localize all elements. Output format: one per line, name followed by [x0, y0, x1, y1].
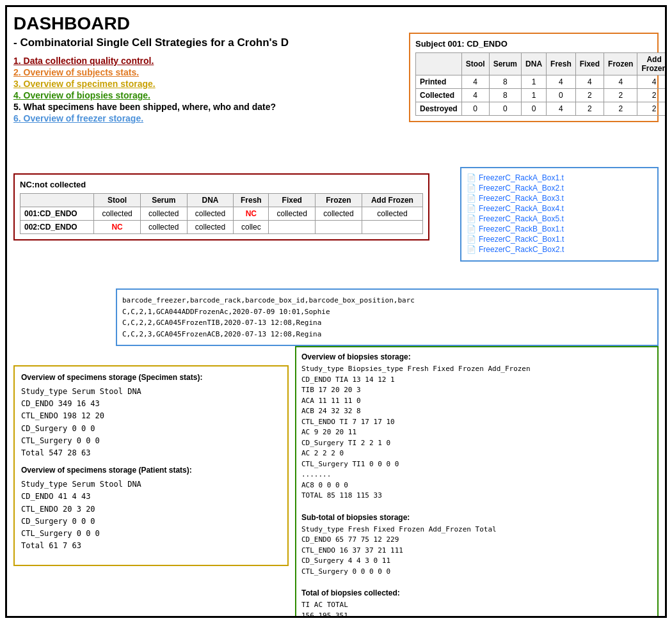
col-empty — [416, 53, 462, 75]
patient-row-5: Total 61 7 63 — [21, 540, 281, 552]
subject-id-001: 001:CD_ENDO — [20, 207, 94, 221]
patient-row-4: CTL_Surgery 0 0 0 — [21, 528, 281, 540]
subject-stats-table: Stool Serum DNA Fresh Fixed Frozen Add F… — [415, 52, 667, 116]
cell-fixed-002 — [269, 221, 316, 234]
total-title: Total of biopsies collected: — [301, 588, 652, 597]
patient-stats-title: Overview of specimens storage (Patient s… — [21, 466, 281, 475]
patient-row-1: CD_ENDO 41 4 43 — [21, 491, 281, 503]
biopsy-header: Study_type Biopsies_type Fresh Fixed Fro… — [301, 364, 652, 375]
col-dna: DNA — [522, 53, 547, 75]
biopsy-dots: ....... — [301, 469, 652, 480]
total-table: TI AC TOTAL 156 195 351 — [301, 600, 652, 618]
specimen-row-5: Total 547 28 63 — [21, 447, 281, 459]
file-link-5[interactable]: 📄 FreezerC_RackA_Box5.t — [467, 214, 652, 223]
specimen-stats-title: Overview of specimens storage (Specimen … — [21, 373, 281, 382]
subtotal-row-2: CTL_ENDO 16 37 37 21 111 — [301, 546, 652, 556]
patient-header: Study_type Serum Stool DNA — [21, 478, 281, 491]
row-label-destroyed: Destroyed — [416, 102, 462, 116]
col-serum: Serum — [140, 194, 187, 207]
cell-serum-002: collected — [140, 221, 187, 234]
col-add-frozen: Add Frozen — [362, 194, 422, 207]
biopsy-table: Study_type Biopsies_type Fresh Fixed Fro… — [301, 364, 652, 501]
subtotal-row-1: CD_ENDO 65 77 75 12 229 — [301, 535, 652, 546]
patient-row-2: CTL_ENDO 20 3 20 — [21, 503, 281, 516]
col-fixed: Fixed — [269, 194, 316, 207]
col-id — [20, 194, 94, 207]
table-row-001: 001:CD_ENDO collected collected collecte… — [20, 207, 423, 221]
specimen-row-4: CTL_Surgery 0 0 0 — [21, 435, 281, 447]
col-serum: Serum — [489, 53, 521, 75]
biopsy-row-2: TIB 17 20 20 3 — [301, 385, 652, 396]
biopsy-extra-1: AC8 0 0 0 0 — [301, 480, 652, 491]
cell-stool: 4 — [461, 75, 489, 89]
table-row-collected: Collected 4 8 1 0 2 2 2 — [416, 89, 668, 102]
col-fixed: Fixed — [575, 53, 604, 75]
subtotal-row-3: CD_Surgery 4 4 3 0 11 — [301, 556, 652, 567]
biopsy-row-8: AC 2 2 2 0 — [301, 448, 652, 459]
cell-frozen: 4 — [604, 75, 637, 89]
barcode-line-2: C,C,2,1,GCA044ADDFrozenAc,2020-07-09 10:… — [122, 306, 652, 318]
patient-stats-table: Study_type Serum Stool DNA CD_ENDO 41 4 … — [21, 478, 281, 552]
data-collection-table: Stool Serum DNA Fresh Fixed Frozen Add F… — [20, 193, 423, 234]
file-icon-8: 📄 — [467, 245, 476, 254]
cell-add-frozen-002 — [362, 221, 422, 234]
cell-fixed-001: collected — [269, 207, 316, 221]
biopsies-title: Overview of biopsies storage: — [301, 352, 652, 361]
file-link-6[interactable]: 📄 FreezerC_RackB_Box1.t — [467, 225, 652, 233]
subtotal-header: Study_type Fresh Fixed Frozen Add_Frozen… — [301, 524, 652, 535]
table-row-printed: Printed 4 8 1 4 4 4 4 — [416, 75, 668, 89]
file-link-3[interactable]: 📄 FreezerC_RackA_Box3.t — [467, 194, 652, 203]
cell-dna: 1 — [522, 75, 547, 89]
barcode-line-1: barcode_freezer,barcode_rack,barcode_box… — [122, 295, 652, 306]
cell-fresh-001: NC — [234, 207, 269, 221]
cell-dna-001: collected — [187, 207, 234, 221]
table-row-destroyed: Destroyed 0 0 0 4 2 2 2 — [416, 102, 668, 116]
cell-frozen-002 — [316, 221, 362, 234]
cell-fresh: 4 — [547, 75, 576, 89]
biopsy-row-4: ACB 24 32 32 8 — [301, 406, 652, 417]
biopsy-row-5: CTL_ENDO TI 7 17 17 10 — [301, 417, 652, 428]
col-frozen: Frozen — [604, 53, 637, 75]
cell-fresh-002: collec — [234, 221, 269, 234]
file-icon-2: 📄 — [467, 184, 476, 193]
subject-stats-title: Subject 001: CD_ENDO — [415, 39, 652, 49]
cell-frozen-001: collected — [316, 207, 362, 221]
cell-stool-001: collected — [94, 207, 141, 221]
file-link-4[interactable]: 📄 FreezerC_RackA_Box4.t — [467, 204, 652, 213]
barcode-line-3: C,C,2,2,GCA045FrozenTIB,2020-07-13 12:08… — [122, 317, 652, 329]
barcode-line-4: C,C,2,3,GCA045FrozenACB,2020-07-13 12:08… — [122, 329, 652, 340]
specimen-row-1: CD_ENDO 349 16 43 — [21, 398, 281, 410]
table-row-002: 002:CD_ENDO NC collected collected colle… — [20, 221, 423, 234]
cell-add-frozen: 4 — [637, 75, 667, 89]
file-link-7[interactable]: 📄 FreezerC_RackC_Box1.t — [467, 235, 652, 244]
row-label-printed: Printed — [416, 75, 462, 89]
biopsy-extra-2: TOTAL 85 118 115 33 — [301, 491, 652, 501]
subtotal-row-4: CTL_Surgery 0 0 0 0 0 — [301, 567, 652, 578]
cell-dna-002: collected — [187, 221, 234, 234]
subtotal-table: Study_type Fresh Fixed Frozen Add_Frozen… — [301, 524, 652, 578]
freezer-files-box: 📄 FreezerC_RackA_Box1.t 📄 FreezerC_RackA… — [460, 167, 659, 262]
file-icon-7: 📄 — [467, 235, 476, 244]
file-link-8[interactable]: 📄 FreezerC_RackC_Box2.t — [467, 245, 652, 254]
subject-stats-box: Subject 001: CD_ENDO Stool Serum DNA Fre… — [409, 33, 659, 122]
cell-serum: 8 — [489, 75, 521, 89]
data-collection-box: NC:not collected Stool Serum DNA Fresh F… — [13, 173, 429, 241]
file-icon-6: 📄 — [467, 225, 476, 233]
cell-add-frozen-001: collected — [362, 207, 422, 221]
col-frozen: Frozen — [316, 194, 362, 207]
biopsies-storage-box: Overview of biopsies storage: Study_type… — [295, 346, 659, 618]
file-link-2[interactable]: 📄 FreezerC_RackA_Box2.t — [467, 184, 652, 193]
file-link-1[interactable]: 📄 FreezerC_RackA_Box1.t — [467, 173, 652, 182]
red-box-title: NC:not collected — [20, 180, 423, 189]
col-stool: Stool — [94, 194, 141, 207]
main-container: DASHBOARD - Combinatorial Single Cell St… — [5, 5, 667, 618]
biopsy-row-6: AC 9 20 20 11 — [301, 427, 652, 438]
barcode-data-box: barcode_freezer,barcode_rack,barcode_box… — [116, 288, 659, 346]
total-row-header: TI AC TOTAL — [301, 600, 652, 611]
specimen-stats-table: Study_type Serum Stool DNA CD_ENDO 349 1… — [21, 386, 281, 459]
biopsy-row-7: CD_Surgery TI 2 2 1 0 — [301, 438, 652, 449]
cell-fixed: 4 — [575, 75, 604, 89]
file-icon-1: 📄 — [467, 173, 476, 182]
col-add-frozen: Add Frozen — [637, 53, 667, 75]
subtotal-title: Sub-total of biopsies storage: — [301, 513, 652, 522]
